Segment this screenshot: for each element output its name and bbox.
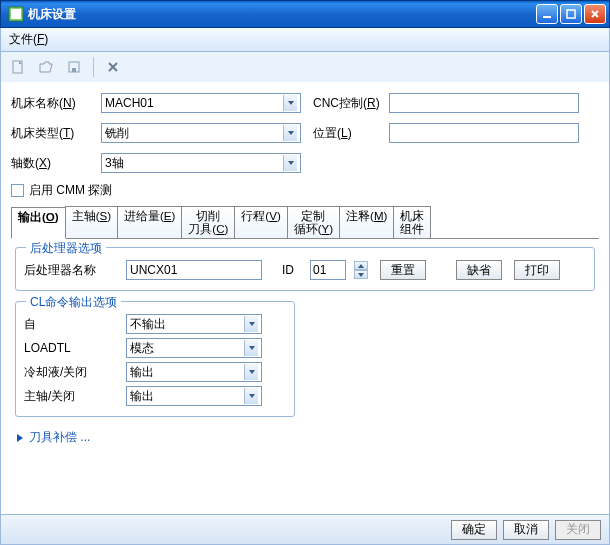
cl-row-combo[interactable]: 输出 [126,362,262,382]
toolbar [0,52,610,82]
chevron-down-icon [244,316,258,332]
tab-5[interactable]: 定制循环(Y) [287,206,340,238]
cl-row-label: 冷却液/关闭 [24,364,120,381]
svg-rect-3 [567,10,575,18]
print-button[interactable]: 打印 [514,260,560,280]
cnc-control-input[interactable] [389,93,579,113]
tab-0[interactable]: 输出(O) [11,207,66,239]
machine-type-combo[interactable]: 铣削 [101,123,301,143]
machine-name-combo[interactable]: MACH01 [101,93,301,113]
delete-icon[interactable] [102,56,124,78]
tab-7[interactable]: 机床组件 [393,206,431,238]
close-button[interactable] [584,4,606,24]
cl-output-group: CL命令输出选项 自不输出LOADTL模态冷却液/关闭输出主轴/关闭输出 [15,301,295,417]
maximize-button[interactable] [560,4,582,24]
post-id-spinner[interactable]: 01 [310,260,346,280]
minimize-button[interactable] [536,4,558,24]
cmm-checkbox[interactable]: 启用 CMM 探测 [11,180,599,200]
tool-compensation-expander[interactable]: 刀具补偿 ... [15,429,595,446]
tab-1[interactable]: 主轴(S) [65,206,118,238]
tool-compensation-label: 刀具补偿 ... [29,429,90,446]
cl-row-combo[interactable]: 不输出 [126,314,262,334]
cl-row-combo[interactable]: 模态 [126,338,262,358]
save-icon[interactable] [63,56,85,78]
tab-output-panel: 后处理器选项 后处理器名称 ID 01 重置 缺省 打印 CL命令输出选项 自不… [11,239,599,450]
location-input[interactable] [389,123,579,143]
open-icon[interactable] [35,56,57,78]
svg-rect-1 [11,9,21,19]
reset-button[interactable]: 重置 [380,260,426,280]
axes-label: 轴数(X) [11,155,101,172]
location-label: 位置(L) [313,125,389,142]
app-icon [8,6,24,22]
menu-file[interactable]: 文件(F) [9,31,48,48]
menubar: 文件(F) [0,28,610,52]
cl-row: 冷却液/关闭输出 [24,360,286,384]
machine-type-label: 机床类型(T) [11,125,101,142]
chevron-down-icon [244,388,258,404]
cl-row: 自不输出 [24,312,286,336]
chevron-down-icon [283,125,297,141]
svg-line-4 [592,11,598,17]
postprocessor-legend: 后处理器选项 [26,240,106,257]
cl-row-label: LOADTL [24,341,120,355]
ok-button[interactable]: 确定 [451,520,497,540]
post-name-input[interactable] [126,260,262,280]
machine-name-label: 机床名称(N) [11,95,101,112]
chevron-down-icon [283,155,297,171]
checkbox-box [11,184,24,197]
tab-2[interactable]: 进给量(E) [117,206,182,238]
svg-rect-8 [72,68,76,72]
cl-output-legend: CL命令输出选项 [26,294,121,311]
spinner-buttons[interactable] [354,261,368,279]
cmm-label: 启用 CMM 探测 [29,182,112,199]
cl-row-combo[interactable]: 输出 [126,386,262,406]
svg-rect-2 [543,16,551,18]
close-dialog-button: 关闭 [555,520,601,540]
postprocessor-group: 后处理器选项 后处理器名称 ID 01 重置 缺省 打印 [15,247,595,291]
tab-4[interactable]: 行程(V) [234,206,287,238]
cancel-button[interactable]: 取消 [503,520,549,540]
chevron-down-icon [244,364,258,380]
tab-3[interactable]: 切削刀具(C) [181,206,235,238]
cnc-control-label: CNC控制(R) [313,95,389,112]
svg-line-5 [592,11,598,17]
chevron-down-icon [283,95,297,111]
tab-6[interactable]: 注释(M) [339,206,394,238]
dialog-footer: 确定 取消 关闭 [1,514,609,544]
spin-down-icon [354,270,368,279]
cl-row-label: 自 [24,316,120,333]
spin-up-icon [354,261,368,270]
dialog-body: 机床名称(N) MACH01 CNC控制(R) 机床类型(T) 铣削 位置(L)… [0,82,610,545]
titlebar: 机床设置 [0,0,610,28]
cl-row: LOADTL模态 [24,336,286,360]
post-name-label: 后处理器名称 [24,262,120,279]
post-id-label: ID [282,263,294,277]
toolbar-separator [93,57,94,77]
default-button[interactable]: 缺省 [456,260,502,280]
chevron-down-icon [244,340,258,356]
cl-row: 主轴/关闭输出 [24,384,286,408]
window-title: 机床设置 [28,6,534,23]
tabstrip: 输出(O)主轴(S)进给量(E)切削刀具(C)行程(V)定制循环(Y)注释(M)… [11,206,599,239]
cl-row-label: 主轴/关闭 [24,388,120,405]
axes-combo[interactable]: 3轴 [101,153,301,173]
new-icon[interactable] [7,56,29,78]
